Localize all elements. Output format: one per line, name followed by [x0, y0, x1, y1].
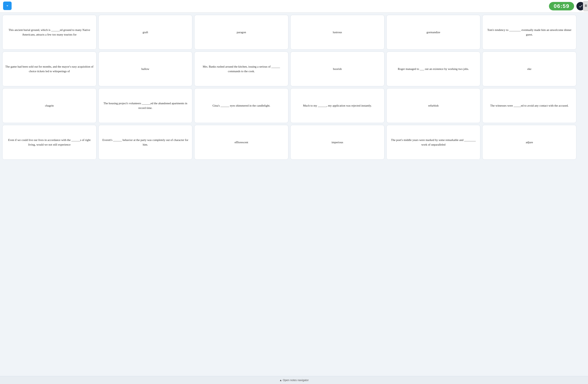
card-3[interactable]: paragon — [194, 15, 288, 50]
card-19-text: Even if we could live our lives in accor… — [5, 138, 94, 147]
card-14[interactable]: The housing project's volunteers ______e… — [98, 88, 192, 123]
card-15[interactable]: Gina's ______ eyes shimmered in the cand… — [194, 88, 288, 123]
card-17[interactable]: refurbish — [386, 88, 481, 123]
card-22[interactable]: imperious — [290, 125, 384, 160]
card-21-text: efflorescent — [234, 140, 248, 145]
card-10[interactable]: boorish — [290, 52, 384, 86]
card-4[interactable]: lustrous — [290, 15, 384, 50]
card-22-text: imperious — [332, 140, 343, 145]
card-14-text: The housing project's volunteers ______e… — [101, 101, 190, 110]
cards-grid: This ancient burial ground, which is ___… — [2, 15, 576, 160]
logo-button[interactable] — [3, 1, 12, 10]
card-7-text: The game had been sold out for months, a… — [5, 64, 94, 74]
card-2-text: graft — [143, 30, 148, 35]
card-3-text: paragon — [237, 30, 246, 35]
card-8-text: hallow — [142, 67, 149, 71]
card-10-text: boorish — [333, 67, 342, 71]
card-18[interactable]: The witnesses were _____ed to avoid any … — [482, 88, 576, 123]
card-2[interactable]: graft — [98, 15, 192, 50]
card-21[interactable]: efflorescent — [194, 125, 288, 160]
card-13[interactable]: chagrin — [2, 88, 96, 123]
card-16-text: Much to my ______, my application was re… — [303, 103, 372, 108]
card-7[interactable]: The game had been sold out for months, a… — [2, 52, 96, 86]
sidebar-notes-icon[interactable] — [583, 1, 588, 11]
card-11-text: Roger managed to ___ out an existence by… — [398, 67, 469, 71]
card-5[interactable]: gormandize — [386, 15, 481, 50]
card-9-text: Mrs. Banks rushed around the kitchen, is… — [197, 64, 286, 74]
grid-container: This ancient burial ground, which is ___… — [0, 13, 588, 376]
card-4-text: lustrous — [333, 30, 342, 35]
card-1[interactable]: This ancient burial ground, which is ___… — [2, 15, 96, 50]
card-13-text: chagrin — [45, 103, 54, 108]
card-5-text: gormandize — [427, 30, 440, 35]
card-23[interactable]: The poet's middle years were marked by s… — [386, 125, 481, 160]
card-16[interactable]: Much to my ______, my application was re… — [290, 88, 384, 123]
header: 06:59 — [0, 0, 588, 13]
card-20-text: Everett's ______ behavior at the party w… — [101, 138, 190, 147]
card-18-text: The witnesses were _____ed to avoid any … — [490, 103, 568, 108]
card-24[interactable]: adjure — [482, 125, 576, 160]
card-8[interactable]: hallow — [98, 52, 192, 86]
card-11[interactable]: Roger managed to ___ out an existence by… — [386, 52, 481, 86]
card-20[interactable]: Everett's ______ behavior at the party w… — [98, 125, 192, 160]
card-6[interactable]: Tom's tendency to ________ eventually ma… — [482, 15, 576, 50]
card-15-text: Gina's ______ eyes shimmered in the cand… — [212, 103, 270, 108]
card-19[interactable]: Even if we could live our lives in accor… — [2, 125, 96, 160]
open-notes-navigator[interactable]: ▲ Open notes navigator — [0, 376, 588, 384]
card-9[interactable]: Mrs. Banks rushed around the kitchen, is… — [194, 52, 288, 86]
card-23-text: The poet's middle years were marked by s… — [389, 138, 478, 147]
card-24-text: adjure — [526, 140, 533, 145]
card-12-text: eke — [527, 67, 531, 71]
card-1-text: This ancient burial ground, which is ___… — [5, 28, 94, 37]
card-17-text: refurbish — [428, 103, 439, 108]
timer-display: 06:59 — [549, 2, 574, 10]
card-6-text: Tom's tendency to ________ eventually ma… — [485, 28, 574, 37]
card-12[interactable]: eke — [482, 52, 576, 86]
